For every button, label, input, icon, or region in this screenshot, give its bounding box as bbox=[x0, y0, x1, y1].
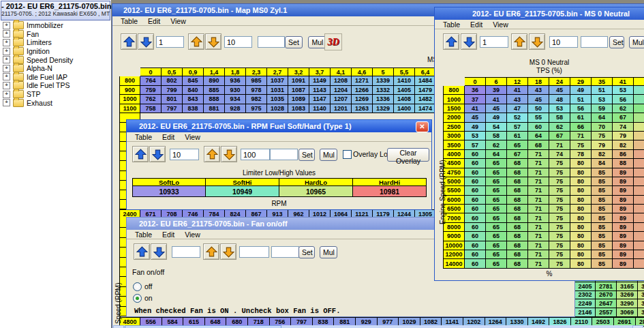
map-cell[interactable]: 982 bbox=[246, 95, 267, 104]
map-cell[interactable]: 57 bbox=[465, 140, 486, 149]
map-cell[interactable]: 59 bbox=[592, 104, 613, 113]
map-cell[interactable] bbox=[634, 132, 644, 140]
map-cell[interactable]: 71 bbox=[528, 232, 549, 241]
map-cell[interactable]: 56 bbox=[613, 95, 634, 104]
set-value-input[interactable] bbox=[581, 36, 608, 48]
map-cell[interactable]: 71 bbox=[528, 205, 549, 213]
map-cell[interactable]: 1204 bbox=[331, 86, 352, 95]
map-cell[interactable]: 75 bbox=[570, 140, 592, 149]
map-cell[interactable] bbox=[634, 159, 644, 168]
map-cell[interactable]: 65 bbox=[507, 140, 528, 149]
titlebar-neutral[interactable]: 2012- EU ER6_21175-0705.bin - MS 0 Neutr… bbox=[435, 8, 644, 20]
map-cell[interactable]: 50 bbox=[528, 104, 549, 113]
map-cell[interactable]: 801 bbox=[162, 95, 183, 104]
map-cell[interactable]: 1408 bbox=[394, 95, 415, 104]
map-cell[interactable]: 41 bbox=[507, 86, 528, 95]
map-cell[interactable]: 71 bbox=[549, 140, 570, 149]
map-cell[interactable]: 65 bbox=[486, 250, 507, 259]
map-cell[interactable]: 758 bbox=[140, 104, 162, 114]
map-cell[interactable]: 65 bbox=[486, 159, 507, 168]
map-cell[interactable]: 45 bbox=[465, 113, 486, 122]
map-cell[interactable]: 71 bbox=[528, 213, 549, 222]
map-cell[interactable]: 79 bbox=[592, 140, 613, 149]
map-cell[interactable]: 1266 bbox=[352, 86, 373, 95]
map-cell[interactable]: 75 bbox=[592, 132, 613, 140]
map-cell[interactable]: 1263 bbox=[352, 104, 373, 114]
step-large-input[interactable] bbox=[239, 246, 269, 258]
map-cell[interactable]: 56 bbox=[570, 104, 592, 113]
map-cell[interactable]: 802 bbox=[162, 76, 183, 86]
map-cell[interactable]: 1028 bbox=[267, 104, 288, 114]
map-cell[interactable]: 85 bbox=[592, 223, 613, 232]
map-cell[interactable]: 75 bbox=[549, 259, 570, 268]
map-cell[interactable]: 53 bbox=[592, 95, 613, 104]
map-cell[interactable]: 1332 bbox=[373, 86, 394, 95]
map-cell[interactable]: 75 bbox=[549, 159, 570, 168]
map-cell[interactable]: 1037 bbox=[267, 76, 288, 86]
map-cell[interactable]: 71 bbox=[528, 150, 549, 159]
increase-large-button[interactable] bbox=[188, 33, 204, 50]
mul-button[interactable]: Mul bbox=[320, 246, 337, 258]
map-cell[interactable]: 89 bbox=[613, 196, 634, 205]
map-cell[interactable]: 1147 bbox=[309, 95, 331, 104]
increase-small-button[interactable] bbox=[134, 243, 150, 260]
map-cell[interactable]: 71 bbox=[528, 241, 549, 250]
map-cell[interactable]: 1201 bbox=[331, 104, 352, 114]
map-cell[interactable]: 62 bbox=[486, 140, 507, 149]
expand-plus-icon[interactable]: + bbox=[3, 91, 10, 98]
map-cell[interactable]: 68 bbox=[507, 250, 528, 259]
map-cell[interactable]: 67 bbox=[507, 150, 528, 159]
map-cell[interactable]: 36 bbox=[465, 86, 486, 95]
menu-table[interactable]: Table bbox=[135, 230, 152, 239]
decrease-large-button[interactable] bbox=[205, 33, 221, 50]
tree-item-exhaust[interactable]: +Exhaust bbox=[1, 98, 110, 107]
map-cell[interactable]: 3165 bbox=[617, 282, 638, 291]
map-cell[interactable] bbox=[634, 250, 644, 259]
map-cell[interactable]: 62 bbox=[549, 123, 570, 132]
map-cell[interactable]: 68 bbox=[507, 223, 528, 232]
map-cell[interactable]: 65 bbox=[486, 168, 507, 177]
decrease-small-button[interactable] bbox=[461, 33, 477, 50]
map-cell[interactable]: 2302 bbox=[574, 291, 596, 300]
map-cell[interactable]: 3500 bbox=[638, 291, 644, 300]
map-cell[interactable]: 68 bbox=[507, 168, 528, 177]
map-cell[interactable]: 799 bbox=[162, 86, 183, 95]
map-cell[interactable]: 71 bbox=[528, 168, 549, 177]
map-cell[interactable]: 80 bbox=[570, 223, 592, 232]
set-button[interactable]: Set bbox=[298, 149, 315, 161]
map-cell[interactable] bbox=[634, 213, 644, 222]
map-cell[interactable]: 71 bbox=[528, 223, 549, 232]
map-cell[interactable]: 75 bbox=[549, 241, 570, 250]
map-cell[interactable]: 71 bbox=[528, 186, 549, 195]
map-cell[interactable]: 65 bbox=[486, 186, 507, 195]
map-cell[interactable]: 930 bbox=[225, 86, 246, 95]
clear-overlay-button[interactable]: Clear Overlay bbox=[387, 148, 429, 162]
map-cell[interactable]: 1479 bbox=[415, 86, 436, 95]
decrease-large-button[interactable] bbox=[221, 146, 237, 162]
map-cell[interactable] bbox=[634, 223, 644, 232]
titlebar-rpm-fuel[interactable]: 2012- EU ER6_21175-0705.bin - RPM Fuel S… bbox=[127, 120, 431, 132]
map-cell[interactable]: 1140 bbox=[309, 104, 331, 114]
map-cell[interactable]: 85 bbox=[592, 196, 613, 205]
map-cell[interactable]: 89 bbox=[613, 213, 634, 222]
map-cell[interactable]: 762 bbox=[140, 95, 162, 104]
map-cell[interactable]: 71 bbox=[528, 177, 549, 186]
map-cell[interactable]: 85 bbox=[592, 213, 613, 222]
map-cell[interactable]: 3400 bbox=[638, 282, 644, 291]
map-cell[interactable]: 74 bbox=[549, 150, 570, 159]
map-cell[interactable]: 1089 bbox=[288, 95, 309, 104]
map-cell[interactable]: 759 bbox=[140, 86, 162, 95]
step-small-input[interactable] bbox=[172, 246, 200, 258]
map-cell[interactable]: 61 bbox=[570, 113, 592, 122]
map-cell[interactable] bbox=[634, 232, 644, 241]
menu-table[interactable]: Table bbox=[443, 20, 460, 29]
expand-plus-icon[interactable]: + bbox=[3, 73, 10, 80]
map-cell[interactable]: 75 bbox=[549, 186, 570, 195]
map-cell[interactable]: 978 bbox=[246, 86, 267, 95]
map-cell[interactable]: 84 bbox=[592, 159, 613, 168]
map-cell[interactable]: 45 bbox=[486, 104, 507, 113]
map-cell[interactable]: 1035 bbox=[267, 95, 288, 104]
expand-plus-icon[interactable]: + bbox=[3, 99, 10, 106]
expand-plus-icon[interactable]: + bbox=[3, 48, 10, 55]
expand-plus-icon[interactable]: + bbox=[3, 82, 10, 89]
